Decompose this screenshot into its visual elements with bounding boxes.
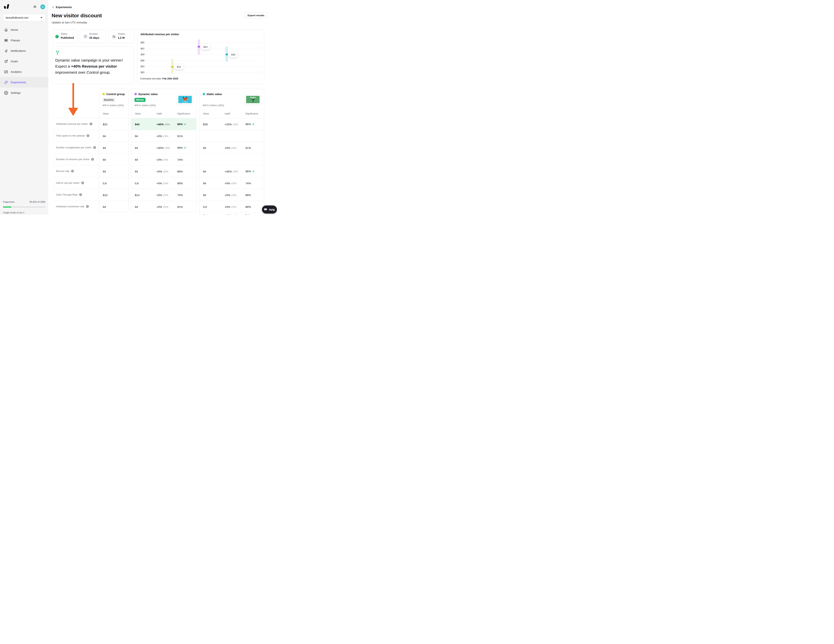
cell-value: 0,6 bbox=[103, 181, 107, 184]
sidebar-item-label: Popups bbox=[11, 39, 20, 42]
sidebar-item-label: Home bbox=[11, 28, 18, 31]
info-icon[interactable]: i bbox=[89, 123, 92, 125]
stat-value: 1,2 M bbox=[118, 36, 125, 39]
settings-icon bbox=[4, 91, 8, 95]
group-name: Control group bbox=[106, 92, 125, 95]
chat-icon bbox=[264, 208, 268, 211]
group-data-row: 0,6 bbox=[99, 177, 128, 189]
goals-icon bbox=[4, 59, 8, 63]
value-tooltip: $43 bbox=[201, 44, 210, 50]
info-icon[interactable]: i bbox=[93, 146, 96, 149]
home-icon bbox=[4, 28, 8, 32]
group-data-row: 84+40% ±5%96%✔ bbox=[131, 142, 196, 154]
stat-label: Status bbox=[61, 32, 67, 35]
cell-uplift: +40% ±5% bbox=[157, 123, 170, 126]
cell-value: $10 bbox=[103, 193, 107, 196]
sidebar-item-notifications[interactable]: Notifications bbox=[0, 45, 48, 56]
cell-value: 84 bbox=[103, 146, 106, 149]
y-tick: $39 bbox=[137, 53, 144, 56]
chevron-left-icon bbox=[52, 6, 54, 8]
variant-thumbnail[interactable]: Co-FOX bbox=[177, 94, 193, 105]
cell-significance: 74% bbox=[177, 193, 183, 196]
column-header: Value bbox=[203, 112, 209, 115]
cell-value: $14 bbox=[135, 193, 139, 196]
column-header: Value bbox=[135, 112, 141, 115]
group-data-row: 0,6+0% ±5%88% bbox=[131, 177, 196, 189]
metric-label: Attributed revenue per visitor bbox=[56, 123, 88, 125]
cell-uplift: +0% ±5% bbox=[225, 193, 236, 196]
sidebar-top: A bbox=[0, 0, 48, 12]
speaker-icon[interactable] bbox=[33, 5, 37, 9]
cell-value: $39 bbox=[203, 123, 208, 126]
check-icon: ✔ bbox=[184, 123, 186, 126]
check-icon: ✔ bbox=[184, 146, 186, 149]
cell-value: 84 bbox=[135, 134, 138, 138]
cell-value: 84 bbox=[103, 205, 106, 208]
group-color-dot bbox=[134, 93, 137, 95]
group-visitors: 400 K visitors (33%) bbox=[203, 104, 224, 107]
stat-card-duration: Duration33 days bbox=[80, 29, 106, 43]
sidebar-item-settings[interactable]: Settings bbox=[0, 87, 48, 98]
cell-value: 84 bbox=[135, 158, 138, 161]
popups-icon bbox=[4, 38, 8, 42]
group-name: Dynamic value bbox=[138, 92, 158, 95]
metric-label-row: Click-Through-Ratei bbox=[52, 189, 99, 201]
metric-label-row: Number of sessions per visitori bbox=[52, 153, 99, 165]
group-badge: Winner bbox=[134, 98, 145, 102]
y-tick: $45 bbox=[137, 41, 144, 44]
metric-label-row: Bounce ratei bbox=[52, 165, 99, 177]
help-button[interactable]: Help bbox=[262, 205, 277, 214]
sidebar-item-experiments[interactable]: Experiments bbox=[0, 77, 48, 87]
cell-significance: 96%✔ bbox=[246, 123, 255, 126]
notifications-icon bbox=[4, 49, 8, 53]
metric-label-row: Time spent on the websitei bbox=[52, 130, 99, 141]
info-icon[interactable]: i bbox=[86, 205, 89, 208]
group-card-control-group: Control groupBaseline400 K visitors (33%… bbox=[99, 89, 129, 212]
orange-arrow-shaft bbox=[73, 83, 74, 108]
cell-uplift: +20% ±5% bbox=[225, 214, 238, 215]
sidebar-item-analytics[interactable]: Analytics bbox=[0, 66, 48, 77]
sidebar-item-label: Goals bbox=[11, 60, 18, 63]
metric-label-row: Attributed conversion ratei bbox=[52, 201, 99, 212]
cell-value: $32 bbox=[103, 123, 107, 126]
group-data-row bbox=[199, 130, 264, 142]
cell-value: 84 bbox=[135, 205, 138, 208]
variant-thumbnail[interactable]: Sniper bbox=[245, 94, 261, 105]
breadcrumb[interactable]: Experiments bbox=[52, 6, 72, 9]
cell-significance: 91% bbox=[246, 146, 251, 149]
y-tick: $30 bbox=[137, 71, 144, 74]
sidebar-item-home[interactable]: Home bbox=[0, 24, 48, 35]
winner-line-2: Expect a +40% Revenue per visitor bbox=[55, 63, 131, 69]
cell-value: 84 bbox=[103, 134, 106, 138]
avatar[interactable]: A bbox=[40, 5, 45, 9]
value-marker bbox=[171, 66, 173, 68]
group-card-dynamic-value: Dynamic valueWinner400 K visitors (33%)C… bbox=[131, 89, 196, 212]
domain-selector[interactable]: beautifulbrand.com bbox=[3, 14, 45, 21]
usage-progress-bar bbox=[3, 206, 45, 208]
cell-significance: 88% bbox=[177, 181, 183, 184]
sidebar-item-popups[interactable]: Popups bbox=[0, 35, 48, 45]
sidebar-item-label: Settings bbox=[11, 91, 21, 94]
group-data-row: $14+0% ±5%74% bbox=[131, 189, 196, 201]
cell-significance: 91% bbox=[177, 134, 183, 138]
metric-label-row: Number of pageviews per visitori bbox=[52, 141, 99, 153]
analytics-icon bbox=[4, 70, 8, 74]
sidebar-item-goals[interactable]: Goals bbox=[0, 56, 48, 66]
group-data-row: 84 bbox=[99, 165, 128, 177]
usage-meter: Pageviews 50,032 of 250k Usage resets at… bbox=[3, 201, 45, 214]
group-data-row: 84+0% ±5%91% bbox=[131, 201, 196, 212]
group-data-row: 84 bbox=[99, 201, 128, 212]
info-icon[interactable]: i bbox=[91, 158, 94, 161]
value-tooltip: $39 bbox=[229, 52, 238, 57]
info-icon[interactable]: i bbox=[71, 170, 74, 173]
cell-uplift: +0% ±5% bbox=[225, 146, 236, 149]
info-icon[interactable]: i bbox=[79, 193, 82, 196]
group-name: Static value bbox=[207, 92, 222, 95]
info-icon[interactable]: i bbox=[81, 181, 84, 184]
group-data-row: $32 bbox=[99, 118, 128, 130]
visitors-icon bbox=[112, 34, 116, 39]
y-tick: $33 bbox=[137, 65, 144, 68]
export-results-button[interactable]: Export results bbox=[245, 13, 267, 18]
info-icon[interactable]: i bbox=[87, 134, 89, 137]
winner-message: Dynamic value campaign is your winner! E… bbox=[55, 57, 131, 75]
